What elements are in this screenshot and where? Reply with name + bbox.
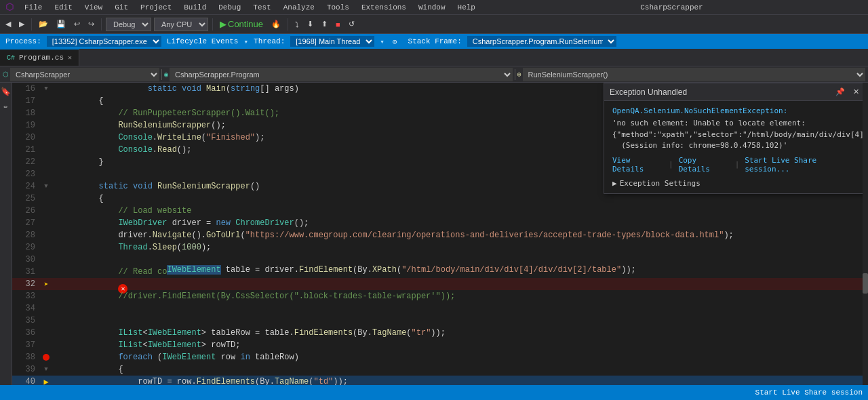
close-exception-button[interactable]: ✕ bbox=[850, 86, 862, 98]
chevron-right-icon: ▶ bbox=[612, 179, 617, 188]
line-content-33: //driver.FindElement(By.CssSelector(".bl… bbox=[57, 292, 868, 301]
line-num-32: 32 bbox=[12, 279, 41, 289]
menu-edit[interactable]: Edit bbox=[49, 2, 77, 13]
line-content-27: IWebDriver driver = new ChromeDriver(); bbox=[57, 218, 868, 228]
nav-icon-right: ⊕ bbox=[517, 71, 521, 79]
menu-git[interactable]: Git bbox=[109, 2, 134, 13]
code-line-38: 38 foreach (IWebElement row in tableRow) bbox=[12, 351, 868, 363]
gutter-16: ▼ bbox=[41, 85, 52, 92]
stop-button[interactable]: ■ bbox=[333, 19, 343, 30]
separator-3 bbox=[212, 18, 213, 31]
save-button[interactable]: 💾 bbox=[54, 18, 68, 30]
debug-config-dropdown[interactable]: Debug bbox=[106, 18, 151, 31]
dropdown-arrow-lifecycle: ▾ bbox=[243, 37, 248, 46]
collapse-24[interactable]: ▼ bbox=[44, 183, 47, 190]
menu-extensions[interactable]: Extensions bbox=[356, 2, 412, 13]
gutter-38 bbox=[41, 354, 52, 361]
line-num-36: 36 bbox=[12, 328, 41, 338]
code-line-34: 34 bbox=[12, 302, 868, 315]
filter-icon: ⊙ bbox=[393, 37, 397, 46]
process-dropdown[interactable]: [13352] CsharpScrapper.exe bbox=[47, 36, 161, 47]
namespace-dropdown[interactable]: CsharpScrapper bbox=[10, 68, 159, 81]
line-content-39: { bbox=[57, 365, 868, 374]
step-over-button[interactable]: ⤵ bbox=[292, 19, 302, 30]
undo-button[interactable]: ↩ bbox=[71, 18, 83, 30]
menu-help[interactable]: Help bbox=[452, 2, 481, 13]
collapse-16[interactable]: ▼ bbox=[44, 85, 47, 92]
main-content: 🔖 ✏ 16 ▼ static void Main(string[] args)… bbox=[0, 83, 868, 400]
line-num-38: 38 bbox=[12, 353, 41, 362]
nav-bar: ⬡ CsharpScrapper ◉ CsharpScrapper.Progra… bbox=[0, 66, 868, 83]
restart-button[interactable]: ↺ bbox=[346, 18, 357, 30]
menu-tools[interactable]: Tools bbox=[321, 2, 355, 13]
scrollbar[interactable] bbox=[863, 83, 868, 400]
exception-settings[interactable]: ▶ Exception Settings bbox=[612, 179, 859, 188]
line-num-37: 37 bbox=[12, 340, 41, 350]
thread-dropdown[interactable]: [1968] Main Thread bbox=[290, 36, 374, 47]
pin-exception-button[interactable]: 📌 bbox=[833, 86, 848, 98]
cs-file-icon: C# bbox=[7, 54, 15, 62]
vs-logo: ⬡ bbox=[5, 1, 14, 13]
code-line-25: 25 { bbox=[12, 193, 868, 205]
menu-debug[interactable]: Debug bbox=[213, 2, 246, 13]
forward-button[interactable]: ▶ bbox=[16, 18, 27, 30]
sidebar-bookmark-icon[interactable]: 🔖 bbox=[0, 85, 12, 98]
line-num-16: 16 bbox=[12, 84, 41, 94]
tab-program-cs[interactable]: C# Program.cs ✕ bbox=[0, 49, 79, 66]
hot-reload-button[interactable]: 🔥 bbox=[269, 18, 283, 30]
nav-icon-middle: ◉ bbox=[164, 71, 168, 79]
step-out-button[interactable]: ⬆ bbox=[319, 18, 330, 30]
line-num-30: 30 bbox=[12, 255, 41, 264]
line-num-34: 34 bbox=[12, 304, 41, 313]
line-num-39: 39 bbox=[12, 365, 41, 374]
nav-icon-left: ⬡ bbox=[3, 71, 9, 79]
gutter-32: ➤ bbox=[41, 280, 52, 289]
window-title: CsharpScrapper bbox=[481, 3, 863, 12]
menu-view[interactable]: View bbox=[79, 2, 108, 13]
nav-sep-1 bbox=[161, 69, 162, 80]
exception-message: 'no such element: Unable to locate eleme… bbox=[612, 118, 859, 152]
scrollbar-thumb[interactable] bbox=[863, 273, 868, 294]
link-sep-2: | bbox=[735, 160, 740, 169]
exception-settings-label: Exception Settings bbox=[620, 179, 701, 188]
lifecycle-label: Lifecycle Events bbox=[167, 37, 239, 45]
line-num-22: 22 bbox=[12, 157, 41, 167]
menu-project[interactable]: Project bbox=[135, 2, 177, 13]
back-button[interactable]: ◀ bbox=[3, 18, 14, 30]
live-share-link[interactable]: Start Live Share session... bbox=[745, 156, 859, 174]
line-content-28: driver.Navigate().GoToUrl("https://www.c… bbox=[57, 231, 868, 240]
menu-test[interactable]: Test bbox=[248, 2, 276, 13]
stack-dropdown[interactable]: CsharpScrapper.Program.RunSeleniumScr... bbox=[467, 36, 616, 47]
separator-1 bbox=[31, 18, 32, 31]
tab-close-button[interactable]: ✕ bbox=[68, 54, 72, 62]
code-editor[interactable]: 16 ▼ static void Main(string[] args) 17 … bbox=[12, 83, 868, 400]
nav-sep-2 bbox=[515, 69, 515, 80]
code-line-27: 27 IWebDriver driver = new ChromeDriver(… bbox=[12, 217, 868, 229]
redo-button[interactable]: ↪ bbox=[85, 18, 97, 30]
continue-button[interactable]: ▶ Continue bbox=[217, 18, 266, 31]
sidebar-pencil-icon[interactable]: ✏ bbox=[2, 101, 9, 112]
view-details-link[interactable]: View Details bbox=[612, 156, 663, 174]
menu-build[interactable]: Build bbox=[178, 2, 212, 13]
line-num-29: 29 bbox=[12, 243, 41, 252]
menu-analyze[interactable]: Analyze bbox=[278, 2, 320, 13]
line-num-24: 24 bbox=[12, 182, 41, 191]
exception-type: OpenQA.Selenium.NoSuchElementException: bbox=[612, 106, 859, 115]
line-num-31: 31 bbox=[12, 267, 41, 277]
copy-details-link[interactable]: Copy Details bbox=[679, 156, 730, 174]
menu-window[interactable]: Window bbox=[413, 2, 451, 13]
breakpoint-38[interactable] bbox=[43, 354, 50, 361]
exception-links: View Details | Copy Details | Start Live… bbox=[612, 156, 859, 174]
code-line-26: 26 // Load website bbox=[12, 205, 868, 217]
menu-file[interactable]: File bbox=[19, 2, 47, 13]
open-file-button[interactable]: 📂 bbox=[36, 18, 51, 30]
step-into-button[interactable]: ⬇ bbox=[304, 18, 316, 30]
collapse-39[interactable]: ▼ bbox=[44, 366, 47, 373]
cpu-config-dropdown[interactable]: Any CPU bbox=[154, 18, 208, 31]
live-share-status[interactable]: Start Live Share session bbox=[755, 388, 863, 397]
class-dropdown[interactable]: CsharpScrapper.Program bbox=[170, 68, 512, 81]
link-sep-1: | bbox=[669, 160, 673, 169]
menu-bar: File Edit View Git Project Build Debug T… bbox=[19, 2, 481, 13]
sidebar: 🔖 ✏ bbox=[0, 83, 12, 400]
method-dropdown[interactable]: RunSeleniumScrapper() bbox=[523, 68, 865, 81]
